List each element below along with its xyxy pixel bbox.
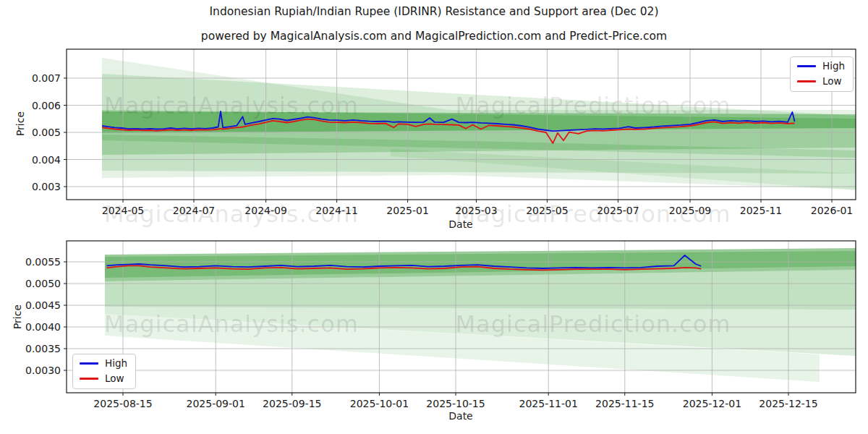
x-tick-label: 2025-10-01 (350, 398, 409, 409)
y-tick-label: 0.003 (32, 181, 61, 192)
y-tick-label: 0.0035 (25, 343, 61, 354)
legend-top: High Low (790, 56, 854, 92)
legend-item-high: High (797, 61, 845, 72)
legend-line-low-icon (797, 80, 816, 82)
x-tick-label: 2025-09-15 (263, 398, 321, 409)
y-axis-label-bottom: Price (12, 305, 23, 329)
x-tick-label: 2025-11-15 (595, 398, 654, 409)
y-axis-label-top: Price (14, 111, 26, 136)
x-tick-label: 2025-12-01 (683, 398, 741, 409)
watermark-text: MagicalAnalysis.com (104, 310, 359, 338)
x-tick-label: 2025-07 (597, 205, 639, 216)
x-tick-label: 2026-01 (811, 205, 854, 216)
legend-label-high: High (105, 359, 127, 369)
x-tick-label: 2025-10-15 (426, 398, 485, 409)
y-tick-label: 0.0055 (25, 256, 61, 268)
x-tick-label: 2025-12-15 (759, 398, 817, 409)
legend-line-high-icon (80, 362, 98, 365)
watermark-text: MagicalPrediction.com (456, 92, 731, 119)
legend-item-high: High (80, 359, 127, 369)
y-tick-label: 0.0040 (25, 321, 61, 333)
y-tick-label: 0.007 (32, 72, 61, 84)
x-tick-label: 2025-09-01 (187, 398, 245, 409)
legend-item-low: Low (80, 374, 127, 384)
watermark-text: MagicalPrediction.com (456, 310, 731, 338)
x-tick-label: 2025-01 (386, 205, 429, 216)
legend-label-high: High (822, 61, 845, 72)
y-tick-label: 0.006 (32, 100, 61, 111)
legend-line-low-icon (80, 378, 98, 380)
x-tick-label: 2025-09 (669, 205, 712, 216)
x-axis-label-top: Date (448, 218, 472, 230)
x-tick-label: 2025-08-15 (93, 398, 152, 409)
x-tick-label: 2024-05 (102, 205, 145, 216)
y-tick-label: 0.004 (32, 154, 61, 166)
legend-label-low: Low (105, 374, 124, 384)
x-tick-label: 2025-11-01 (519, 398, 578, 409)
y-tick-label: 0.0030 (25, 365, 61, 376)
y-tick-label: 0.005 (32, 127, 61, 138)
y-tick-label: 0.0050 (25, 278, 61, 289)
figure: Indonesian Rupiah/Indian Rupee (IDRINR) … (0, 0, 868, 434)
x-tick-label: 2024-09 (244, 205, 287, 216)
x-tick-label: 2024-11 (315, 205, 358, 216)
watermark-text: MagicalAnalysis.com (104, 92, 359, 119)
x-tick-label: 2025-11 (740, 205, 783, 216)
y-tick-label: 0.0045 (25, 299, 61, 311)
legend-label-low: Low (822, 77, 842, 87)
x-tick-label: 2024-07 (173, 205, 216, 216)
x-tick-label: 2025-03 (455, 205, 498, 216)
x-axis-label-bottom: Date (448, 410, 472, 422)
x-tick-label: 2025-05 (526, 205, 569, 216)
legend-line-high-icon (797, 65, 816, 67)
legend-bottom: High Low (72, 354, 136, 389)
legend-item-low: Low (797, 77, 845, 87)
